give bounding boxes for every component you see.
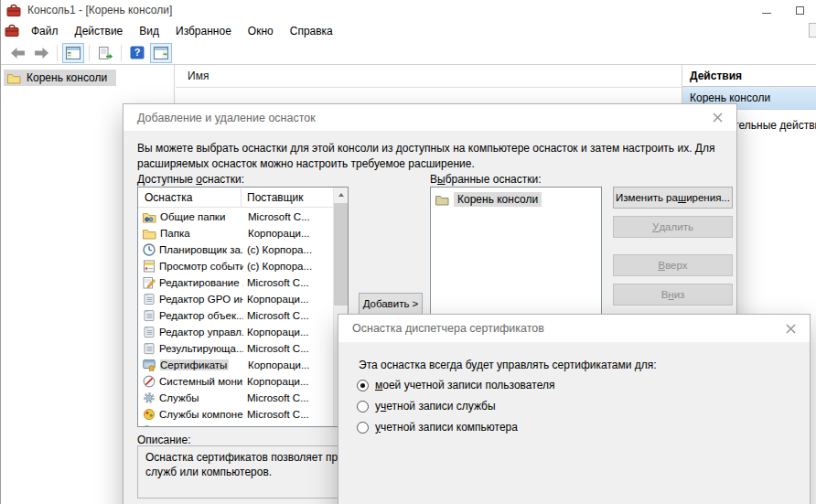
column-header-name[interactable]: Имя [176,65,682,88]
menu-item-view[interactable]: Вид [131,22,167,40]
edit-document-icon [143,276,156,289]
menu-bar: ФайлДействиеВидИзбранноеОкноСправка [1,20,816,41]
minimize-icon [762,13,771,14]
window-title: Консоль1 - [Корень консоли] [27,4,172,16]
folder-icon [143,228,156,240]
snapin-vendor: Microsoft C... [247,343,309,354]
close-icon[interactable] [707,104,727,131]
scroll-icon [143,309,156,322]
snapin-row[interactable]: Редактирование ...Microsoft C... [138,274,333,291]
clipped-icon [143,423,156,426]
snapin-row[interactable]: Результирующа...Microsoft C... [138,340,333,357]
snapin-vendor: Microsoft C... [247,392,309,403]
folder-icon [7,72,21,84]
child-window-button[interactable] [809,23,816,38]
snapin-vendor: Корпораци... [247,294,309,305]
snapin-row[interactable]: Редактор управл...Корпораци... [138,324,333,340]
gear-icon [143,391,156,404]
snapin-name: Редактор GPO ин... [159,294,243,305]
snapin-row[interactable]: Редактор объек...Microsoft C... [138,307,333,324]
snapin-name: Общие папки [160,211,244,222]
snapin-vendor: Microsoft C... [247,310,309,321]
snapin-row[interactable]: Планировщик за...(с) Корпора... [138,241,333,258]
mmc-logo-icon [5,24,19,38]
tree-item-console-root[interactable]: Корень консоли [4,70,116,86]
snapin-vendor: Корпораци... [247,327,309,338]
console-tree-icon [66,47,81,59]
toolbar-separator [89,45,90,61]
toolbar-button-export-list[interactable] [94,43,116,63]
action-pane-icon [154,47,168,59]
selected-snapin-row[interactable]: Корень консоли [435,192,542,207]
snapin-name: Редактор управл... [159,327,243,338]
performance-monitor-icon [143,375,156,388]
toolbar-separator [57,45,58,61]
snapin-name: Просмотр событий [159,261,243,272]
radio-label: моей учетной записи пользователя [375,379,554,391]
snapin-row[interactable] [138,423,333,426]
available-snapins-list[interactable]: Оснастка Поставщик Общие папкиMicrosoft … [137,187,349,427]
radio-label: учетной записи службы [375,400,496,413]
menu-item-help[interactable]: Справка [282,22,341,40]
svg-text:?: ? [134,47,141,58]
move-up-button: Вверх [613,254,733,276]
toolbar-button-help[interactable]: ? [126,43,148,63]
column-header-snapin[interactable]: Оснастка [138,188,242,207]
radio-unchecked-icon[interactable] [357,422,369,434]
maximize-button[interactable] [783,0,816,20]
radio-unchecked-icon[interactable] [357,401,369,413]
toolbar-separator [121,45,122,61]
radio-option-my-user-account[interactable]: моей учетной записи пользователя [357,379,554,391]
snapin-name: Системный мони [159,376,243,387]
snapin-vendor: Microsoft C... [247,409,309,420]
snapin-row[interactable]: СертификатыКорпораци... [138,357,333,373]
certificates-snapin-dialog: Оснастка диспетчера сертификатов Эта осн… [338,314,811,504]
menu-item-window[interactable]: Окно [240,22,282,40]
help-icon: ? [130,46,145,59]
remove-button: Удалить [613,216,733,238]
menu-item-file[interactable]: Файл [23,22,67,40]
snapin-row[interactable]: Общие папкиMicrosoft C... [138,209,333,225]
radio-option-service-account[interactable]: учетной записи службы [357,400,496,413]
radio-checked-icon[interactable] [357,380,369,391]
add-button[interactable]: Добавить > [359,293,423,315]
edit-extensions-button[interactable]: Изменить раширения... [613,187,733,209]
radio-option-computer-account[interactable]: учетной записи компьютера [357,421,518,434]
snapin-row[interactable]: Системный мониКорпораци... [138,373,333,390]
back-arrow-icon [10,47,26,59]
side-buttons: Изменить раширения...УдалитьВверхВниз [613,187,733,310]
toolbar-button-back[interactable] [6,43,28,63]
toolbar-button-console-tree-toggle[interactable] [62,43,84,63]
export-list-icon [98,47,113,59]
minimize-button[interactable] [750,0,783,20]
snapin-row[interactable]: СлужбыMicrosoft C... [138,390,333,406]
snapin-row[interactable]: Редактор GPO ин...Корпораци... [138,291,333,307]
toolbar-button-forward[interactable] [30,43,52,63]
snapin-row[interactable]: Просмотр событий(с) Корпора... [138,258,333,274]
menu-item-favorites[interactable]: Избранное [167,22,240,40]
column-header-vendor[interactable]: Поставщик [242,188,333,207]
forward-arrow-icon [34,47,49,59]
snapin-name: Сертификаты [160,359,244,370]
snapin-name: Папка [160,228,244,239]
scrollbar-thumb[interactable] [334,203,348,306]
scroll-icon [143,293,156,306]
dialog-title-bar: Оснастка диспетчера сертификатов [338,315,810,342]
dialog-instruction: Вы можете выбрать оснастки для этой конс… [137,141,728,171]
toolbar-button-action-pane-toggle[interactable] [150,43,172,63]
snapin-row[interactable]: Службы компоне...Microsoft C... [138,406,333,423]
snapin-name: Результирующа... [159,343,243,354]
available-rows: Общие папкиMicrosoft C...ПапкаКорпораци.… [138,209,333,426]
title-bar: Консоль1 - [Корень консоли] [1,0,816,20]
snapin-vendor: Microsoft C... [247,277,309,288]
snapin-row[interactable]: ПапкаКорпораци... [138,225,333,241]
snapin-name: Редактирование ... [159,277,243,288]
close-icon[interactable] [780,315,800,342]
actions-panel-title: Действия [682,65,816,87]
menu-item-action[interactable]: Действие [67,22,132,40]
scroll-up-icon[interactable] [334,188,348,201]
scroll-icon [143,326,156,338]
mmc-logo-icon [6,4,21,17]
snapin-name: Службы компоне... [159,409,243,420]
cert-dialog-prompt: Эта оснастка всегда будет управлять серт… [359,359,657,371]
